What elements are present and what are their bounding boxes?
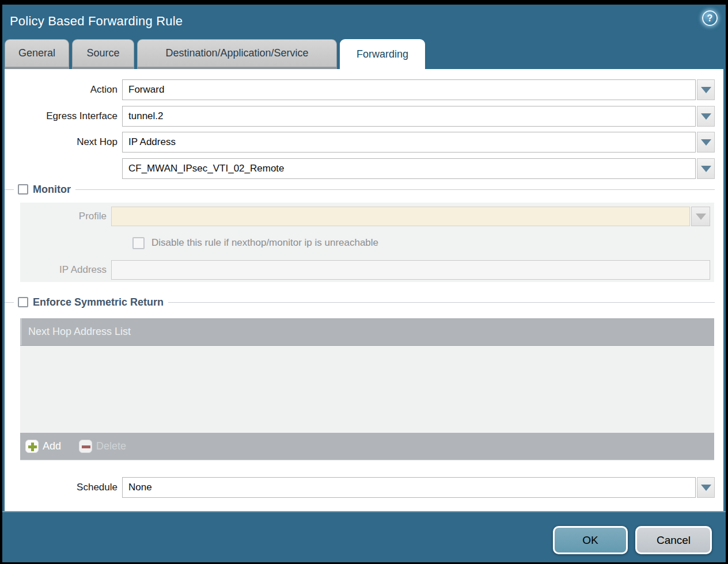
enforce-symmetric-return-checkbox[interactable] [18,297,28,307]
action-value[interactable]: Forward [122,79,696,100]
chevron-down-icon [701,166,711,172]
next-hop-address-row: CF_MWAN_IPsec_VTI_02_Remote [5,158,715,179]
profile-dropdown-button [691,207,710,226]
next-hop-value[interactable]: IP Address [122,132,696,153]
chevron-down-icon [701,139,711,146]
policy-based-forwarding-dialog: Policy Based Forwarding Rule ? General S… [2,5,726,562]
action-row: Action Forward [5,79,715,100]
cancel-button[interactable]: Cancel [635,526,712,554]
forwarding-tab-panel: Action Forward Egress Interface tunnel.2… [5,69,723,511]
delete-button: Delete [79,440,126,453]
next-hop-address-table: Next Hop Address List Add Delete [20,318,714,460]
next-hop-address-dropdown-button[interactable] [697,158,715,179]
tab-forwarding[interactable]: Forwarding [340,39,425,69]
next-hop-address-list-body [20,346,714,433]
chevron-down-icon [701,485,711,491]
egress-interface-label: Egress Interface [5,110,117,122]
plus-icon [25,440,39,453]
profile-dropdown [111,207,710,226]
monitor-section-legend: Monitor [5,182,715,197]
help-icon[interactable]: ? [702,10,718,26]
monitor-legend-label: Monitor [33,184,71,196]
minus-icon [79,440,92,453]
disable-rule-label: Disable this rule if nexthop/monitor ip … [151,237,378,249]
action-dropdown: Forward [122,79,715,100]
tab-bar: General Source Destination/Application/S… [5,39,425,69]
next-hop-address-list-toolbar: Add Delete [20,433,714,460]
egress-interface-dropdown: tunnel.2 [122,106,715,127]
ok-button[interactable]: OK [553,526,628,554]
add-button[interactable]: Add [25,440,61,453]
monitor-checkbox[interactable] [18,184,28,195]
enforce-symmetric-return-label: Enforce Symmetric Return [33,296,164,308]
dialog-titlebar: Policy Based Forwarding Rule ? [2,5,726,39]
chevron-down-icon [696,214,706,220]
tab-destination-application-service[interactable]: Destination/Application/Service [137,39,337,69]
schedule-label: Schedule [5,482,117,493]
next-hop-address-list-header: Next Hop Address List [20,318,714,346]
disable-rule-checkbox [132,237,145,249]
egress-interface-dropdown-button[interactable] [697,106,715,127]
symmetric-return-section-legend: Enforce Symmetric Return [5,295,715,310]
action-dropdown-button[interactable] [697,79,715,100]
delete-button-label: Delete [96,440,126,452]
schedule-dropdown: None [122,477,715,498]
tab-source[interactable]: Source [72,39,134,69]
chevron-down-icon [701,113,711,120]
profile-value [111,207,690,226]
egress-interface-value[interactable]: tunnel.2 [122,106,696,127]
next-hop-dropdown-button[interactable] [697,132,715,153]
next-hop-address-value[interactable]: CF_MWAN_IPsec_VTI_02_Remote [122,158,696,179]
profile-label: Profile [20,211,107,222]
tab-general[interactable]: General [5,39,69,69]
chevron-down-icon [701,87,711,93]
schedule-row: Schedule None [5,477,715,498]
monitor-ip-address-input [111,260,710,280]
egress-interface-row: Egress Interface tunnel.2 [5,106,715,127]
schedule-value[interactable]: None [122,477,696,498]
dialog-footer: OK Cancel [2,511,726,562]
screen: Policy Based Forwarding Rule ? General S… [0,0,728,564]
monitor-ip-address-label: IP Address [20,264,107,276]
next-hop-label: Next Hop [5,136,117,148]
action-label: Action [5,84,117,96]
monitor-panel: Profile Disable this rule if nexthop/mon… [20,203,714,282]
schedule-dropdown-button[interactable] [697,477,715,498]
add-button-label: Add [43,440,61,452]
dialog-title: Policy Based Forwarding Rule [10,14,183,29]
next-hop-row: Next Hop IP Address [5,132,715,153]
next-hop-dropdown: IP Address [122,132,715,153]
next-hop-address-dropdown: CF_MWAN_IPsec_VTI_02_Remote [122,158,715,179]
